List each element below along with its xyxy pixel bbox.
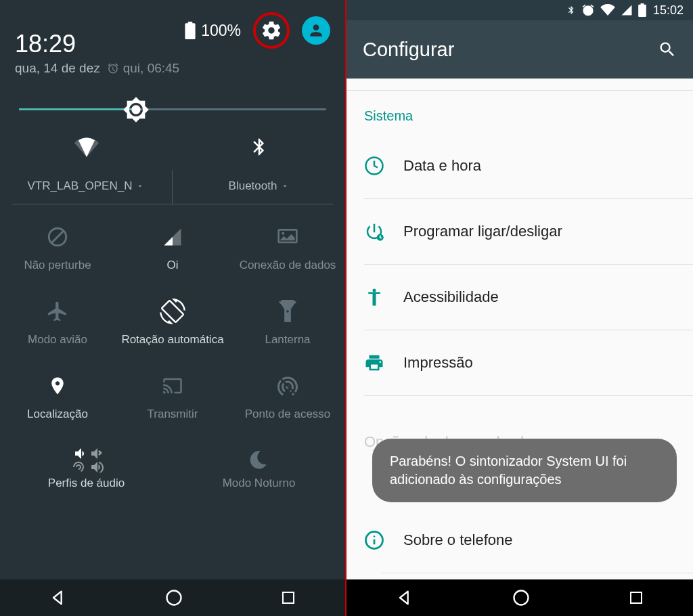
flashlight-icon (277, 300, 298, 323)
data-label: Conexão de dados (240, 259, 336, 272)
info-icon (364, 530, 384, 550)
wifi-icon (74, 135, 99, 159)
navigation-bar (346, 579, 693, 616)
alarm-icon (107, 62, 119, 74)
battery-icon (185, 22, 196, 39)
status-bar: 15:02 (346, 0, 693, 20)
qs-header: 100% 18:29 qua, 14 de dez qui, 06:45 (0, 0, 345, 81)
night-label: Modo Noturno (223, 477, 296, 490)
section-header-system: Sistema (346, 91, 693, 133)
night-mode-tile[interactable]: Modo Noturno (173, 436, 345, 496)
about-label: Sobre o telefone (403, 531, 512, 549)
cast-tile[interactable]: Transmitir (115, 353, 230, 428)
signal-tile[interactable]: Oi (115, 204, 230, 279)
dnd-icon (46, 225, 69, 248)
app-bar: Configurar (346, 20, 693, 79)
chevron-down-icon (281, 182, 289, 190)
flashlight-tile[interactable]: Lanterna (230, 279, 345, 353)
bluetooth-tile[interactable] (173, 124, 345, 170)
quick-settings-panel: 100% 18:29 qua, 14 de dez qui, 06:45 (0, 0, 346, 616)
alarm-indicator: qui, 06:45 (107, 61, 179, 76)
toast-message: Parabéns! O sintonizador System UI foi a… (372, 439, 677, 502)
date-row: qua, 14 de dez qui, 06:45 (15, 61, 330, 76)
home-button[interactable] (164, 588, 183, 607)
settings-item-datetime[interactable]: Data e hora (346, 133, 693, 198)
print-icon (364, 353, 384, 373)
airplane-label: Modo avião (28, 333, 87, 347)
search-button[interactable] (658, 40, 677, 59)
page-title: Configurar (363, 39, 454, 61)
svg-rect-4 (283, 592, 294, 603)
wifi-status-icon (600, 4, 615, 16)
brightness-icon (122, 96, 150, 123)
audio-icon (68, 445, 106, 472)
status-time: 15:02 (653, 3, 684, 18)
bluetooth-label: Bluetooth (229, 179, 277, 193)
settings-item-accessibility[interactable]: Acessibilidade (346, 265, 693, 330)
airplane-tile[interactable]: Modo avião (0, 279, 115, 353)
search-icon (658, 40, 677, 59)
schedule-label: Programar ligar/desligar (403, 223, 562, 240)
svg-point-7 (373, 289, 376, 292)
svg-point-10 (374, 535, 376, 537)
chevron-down-icon (136, 182, 144, 190)
signal-label: Oi (167, 259, 179, 272)
alarm-text: qui, 06:45 (123, 61, 179, 76)
accessibility-icon (364, 287, 384, 307)
settings-button-highlight (253, 12, 290, 49)
printing-label: Impressão (403, 354, 473, 372)
wifi-tile[interactable] (0, 124, 173, 170)
svg-point-1 (282, 232, 284, 235)
dnd-label: Não perturbe (24, 259, 91, 272)
gear-icon[interactable] (261, 20, 282, 41)
cast-label: Transmitir (148, 408, 198, 421)
person-icon (307, 22, 325, 39)
settings-screen: 15:02 Configurar Sistema Data e hora Pro… (346, 0, 693, 616)
bluetooth-status-icon (566, 3, 576, 17)
power-schedule-icon (364, 221, 384, 242)
rotation-tile[interactable]: Rotação automática (115, 279, 230, 353)
recents-button[interactable] (280, 590, 296, 606)
recents-button[interactable] (628, 590, 644, 606)
accessibility-label: Acessibilidade (403, 288, 499, 306)
wifi-label: VTR_LAB_OPEN_N (28, 179, 133, 193)
audio-profiles-tile[interactable]: Perfis de áudio (0, 436, 173, 496)
battery-percent: 100% (201, 22, 241, 40)
data-icon (277, 227, 298, 246)
signal-status-icon (621, 4, 633, 16)
location-icon (47, 374, 68, 398)
data-tile[interactable]: Conexão de dados (230, 204, 345, 279)
airplane-icon (46, 300, 69, 323)
svg-rect-12 (631, 592, 642, 603)
navigation-bar (0, 579, 345, 616)
svg-point-3 (166, 591, 181, 605)
flashlight-label: Lanterna (265, 333, 310, 347)
rotation-label: Rotação automática (121, 333, 223, 347)
bluetooth-icon (249, 137, 269, 157)
rotation-icon (160, 299, 185, 324)
wifi-dropdown[interactable]: VTR_LAB_OPEN_N (0, 170, 173, 204)
home-button[interactable] (512, 588, 531, 607)
battery-status-icon (638, 3, 646, 17)
datetime-label: Data e hora (403, 157, 481, 175)
hotspot-tile[interactable]: Ponto de acesso (230, 353, 345, 428)
hotspot-label: Ponto de acesso (245, 408, 331, 421)
location-label: Localização (27, 408, 88, 421)
brightness-slider[interactable] (0, 81, 345, 117)
svg-point-2 (286, 310, 289, 313)
settings-item-printing[interactable]: Impressão (346, 330, 693, 395)
back-button[interactable] (49, 588, 68, 607)
bluetooth-dropdown[interactable]: Bluetooth (173, 170, 345, 204)
back-button[interactable] (395, 588, 414, 607)
svg-point-11 (514, 591, 529, 605)
user-avatar[interactable] (302, 16, 330, 45)
location-tile[interactable]: Localização (0, 353, 115, 428)
hotspot-icon (275, 374, 300, 398)
dnd-tile[interactable]: Não perturbe (0, 204, 115, 279)
moon-icon (248, 448, 270, 470)
date-text: qua, 14 de dez (15, 61, 100, 76)
settings-item-schedule[interactable]: Programar ligar/desligar (346, 199, 693, 264)
settings-item-about[interactable]: Sobre o telefone (346, 508, 693, 573)
cast-icon (160, 376, 185, 396)
alarm-status-icon (581, 3, 595, 17)
